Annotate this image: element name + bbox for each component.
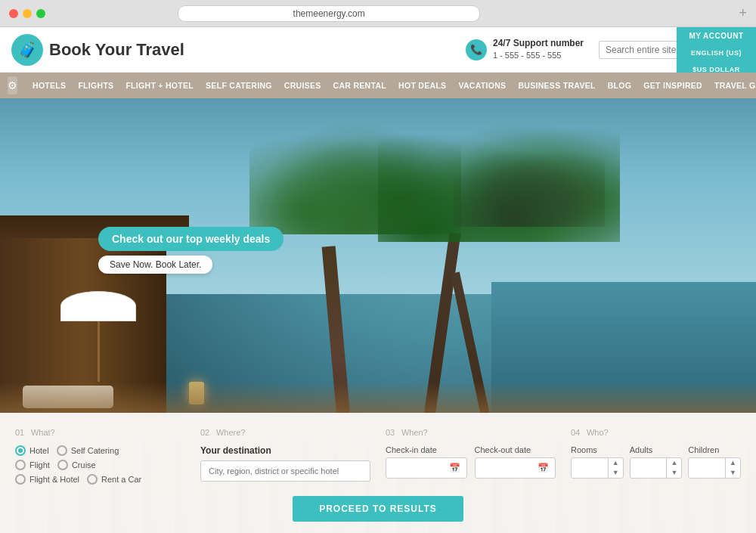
umbrella-pole: [98, 321, 100, 382]
what-row-3: Flight & Hotel Rent a Car: [15, 474, 185, 485]
self-catering-radio[interactable]: [57, 445, 67, 456]
children-spinner: ▲ ▼: [688, 457, 741, 479]
proceed-button[interactable]: PROCEED TO RESULTS: [293, 496, 463, 522]
flight-option[interactable]: Flight: [15, 460, 50, 470]
nav-car-rental[interactable]: CAR RENTAL: [327, 81, 392, 90]
nav-business-travel[interactable]: BUSINESS TRAVEL: [512, 81, 601, 90]
adults-decrement[interactable]: ▼: [667, 468, 681, 478]
rooms-spinner-controls: ▲ ▼: [608, 458, 623, 478]
nav-hot-deals[interactable]: HOT DEALS: [392, 81, 452, 90]
promo-badge: Check out our top weekly deals Save Now.…: [98, 227, 284, 274]
checkout-input[interactable]: 📅: [475, 457, 556, 479]
maximize-button[interactable]: [36, 9, 45, 18]
flight-radio[interactable]: [15, 460, 26, 470]
palm-leaves-3: [454, 136, 605, 227]
cruise-radio[interactable]: [57, 460, 68, 470]
flight-hotel-option[interactable]: Flight & Hotel: [15, 474, 79, 485]
support-text: 24/7 Support number 1 - 555 - 555 - 555: [493, 37, 584, 61]
language-button[interactable]: ENGLISH (US): [677, 45, 756, 61]
rooms-decrement[interactable]: ▼: [609, 468, 623, 478]
children-increment[interactable]: ▲: [726, 458, 740, 468]
children-label: Children: [688, 445, 741, 454]
rent-car-radio[interactable]: [87, 474, 98, 485]
self-catering-option[interactable]: Self Catering: [57, 445, 119, 456]
search-step-where: 02 Where? Your destination: [200, 426, 370, 485]
promo-subtitle: Save Now. Book Later.: [98, 256, 212, 274]
step2-title: 02 Where?: [200, 426, 370, 438]
search-step-when: 03 When? Check-in date 📅 Check-out: [386, 426, 556, 485]
search-step-who: 04 Who? Rooms ▲ ▼: [571, 426, 741, 485]
flight-hotel-radio[interactable]: [15, 474, 26, 485]
logo-area: 🧳 Book Your Travel: [11, 34, 466, 66]
hotel-radio[interactable]: [15, 445, 26, 456]
children-group: Children ▲ ▼: [688, 445, 741, 479]
nav-blog[interactable]: BLOG: [602, 81, 638, 90]
date-row: Check-in date 📅 Check-out date 📅: [386, 445, 556, 479]
minimize-button[interactable]: [23, 9, 32, 18]
step4-title: 04 Who?: [571, 426, 741, 438]
destination-input[interactable]: [200, 460, 370, 482]
adults-spinner: ▲ ▼: [630, 457, 683, 479]
top-header: 🧳 Book Your Travel 📞 24/7 Support number…: [0, 27, 756, 73]
cruise-option[interactable]: Cruise: [57, 460, 96, 470]
umbrella: [60, 291, 136, 382]
adults-increment[interactable]: ▲: [667, 458, 681, 468]
what-row-2: Flight Cruise: [15, 460, 185, 470]
checkout-label: Check-out date: [475, 445, 556, 454]
rooms-label: Rooms: [571, 445, 624, 454]
adults-label: Adults: [630, 445, 683, 454]
checkin-label: Check-in date: [386, 445, 467, 454]
children-spinner-controls: ▲ ▼: [725, 458, 740, 478]
browser-chrome: themeenergy.com +: [0, 0, 756, 27]
rooms-value: [572, 465, 608, 471]
checkout-calendar-icon: 📅: [538, 463, 549, 473]
logo-icon: 🧳: [11, 34, 43, 66]
who-row: Rooms ▲ ▼ Adults: [571, 445, 741, 479]
what-radio-group: Hotel Self Catering Flight: [15, 445, 185, 485]
umbrella-top: [60, 291, 136, 321]
checkout-group: Check-out date 📅: [475, 445, 556, 479]
account-panel: MY ACCOUNT ENGLISH (US) $US DOLLAR: [677, 27, 756, 78]
promo-tag[interactable]: Check out our top weekly deals: [98, 227, 284, 251]
rooms-spinner: ▲ ▼: [571, 457, 624, 479]
what-row-1: Hotel Self Catering: [15, 445, 185, 456]
search-panel: 01 What? Hotel Self Catering: [0, 413, 756, 533]
nav-get-inspired[interactable]: GET INSPIRED: [637, 81, 708, 90]
my-account-button[interactable]: MY ACCOUNT: [677, 27, 756, 45]
adults-value: [631, 465, 667, 471]
phone-icon: 📞: [466, 39, 487, 60]
nav-flight-hotel[interactable]: FLIGHT + HOTEL: [119, 81, 200, 90]
checkin-input[interactable]: 📅: [386, 457, 467, 479]
checkin-group: Check-in date 📅: [386, 445, 467, 479]
destination-label: Your destination: [200, 445, 370, 456]
search-step-what: 01 What? Hotel Self Catering: [15, 426, 185, 485]
site-wrapper: 🧳 Book Your Travel 📞 24/7 Support number…: [0, 27, 756, 533]
close-button[interactable]: [9, 9, 18, 18]
nav-travel-guides[interactable]: TRAVEL GUIDES: [708, 81, 756, 90]
proceed-btn-wrap: PROCEED TO RESULTS: [15, 496, 741, 522]
step3-title: 03 When?: [386, 426, 556, 438]
nav-bar: ⚙ HOTELS FLIGHTS FLIGHT + HOTEL SELF CAT…: [0, 73, 756, 98]
url-bar[interactable]: themeenergy.com: [178, 5, 480, 22]
hotel-option[interactable]: Hotel: [15, 445, 49, 456]
nav-cruises[interactable]: CRUISES: [278, 81, 327, 90]
new-tab-button[interactable]: +: [739, 5, 747, 21]
nav-vacations[interactable]: VACATIONS: [452, 81, 512, 90]
rent-car-option[interactable]: Rent a Car: [87, 474, 141, 485]
search-grid: 01 What? Hotel Self Catering: [15, 426, 741, 485]
support-area: 📞 24/7 Support number 1 - 555 - 555 - 55…: [466, 37, 584, 61]
traffic-lights: [9, 9, 45, 18]
rooms-increment[interactable]: ▲: [609, 458, 623, 468]
children-decrement[interactable]: ▼: [726, 468, 740, 478]
logo-text: Book Your Travel: [49, 40, 184, 60]
checkin-calendar-icon: 📅: [449, 463, 460, 473]
children-value: [689, 465, 725, 471]
nav-flights[interactable]: FLIGHTS: [72, 81, 119, 90]
nav-self-catering[interactable]: SELF CATERING: [200, 81, 278, 90]
adults-group: Adults ▲ ▼: [630, 445, 683, 479]
main-navigation: HOTELS FLIGHTS FLIGHT + HOTEL SELF CATER…: [26, 81, 756, 90]
nav-hotels[interactable]: HOTELS: [26, 81, 72, 90]
step1-title: 01 What?: [15, 426, 185, 438]
hero-section: Check out our top weekly deals Save Now.…: [0, 98, 756, 533]
settings-button[interactable]: ⚙: [8, 76, 17, 95]
